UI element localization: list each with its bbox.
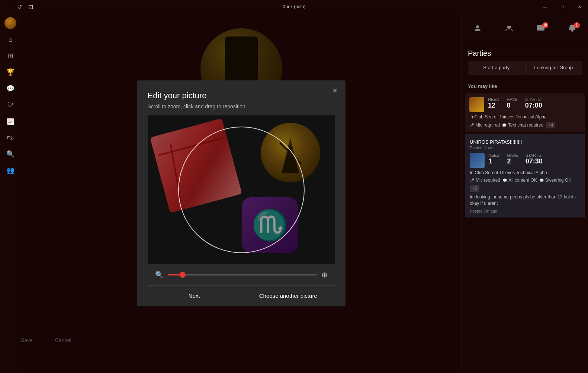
need-value-2: 1 (488, 157, 500, 165)
parties-actions: Start a party Looking for Group (462, 61, 588, 80)
have-label-2: Have (507, 153, 518, 157)
starts-value-2: 07:30 (526, 157, 543, 165)
capture-button[interactable]: ⊡ (27, 3, 34, 10)
lfg-stat-have: Have 0 (507, 97, 518, 109)
mic-tag-label-2: Mic required (476, 178, 500, 183)
sidebar-item-trend[interactable]: 📈 (3, 114, 18, 129)
content-icon: 💬 (502, 178, 507, 182)
zoom-thumb[interactable] (180, 272, 186, 278)
zoom-controls: 🔍 ⊕ (148, 264, 335, 285)
lfg-card-2-stats: Need 1 Have 2 Starts 07:30 (488, 153, 580, 165)
notifications-badge: 1 (574, 22, 580, 28)
svg-point-0 (476, 25, 479, 28)
messages-badge: 18 (542, 22, 548, 28)
lfg-post-title: UNIROS PIRATAS!!!!!!!!! (470, 139, 580, 145)
starts-value: 07:00 (525, 102, 542, 109)
have-value-2: 2 (507, 157, 518, 165)
modal-close-button[interactable]: ✕ (329, 85, 341, 97)
lfg-posted-now: Posted Now (470, 146, 580, 150)
close-button[interactable]: ✕ (571, 0, 588, 13)
sidebar-item-store[interactable]: 🛍 (3, 130, 18, 145)
app-body: ⌂ ⊞ 🏆 💬 🛡 📈 🛍 🔍 👥 ⇄ Switch to avatar Sav… (0, 13, 588, 373)
have-value: 0 (507, 102, 518, 109)
main-content: ⇄ Switch to avatar Save Cancel ✕ Edit yo… (21, 13, 462, 373)
back-button[interactable]: ← (4, 3, 12, 10)
lfg-tag-mic: 🎤 Mic required (469, 122, 500, 128)
friends-icon[interactable] (473, 24, 482, 33)
zoom-in-icon[interactable]: ⊕ (321, 270, 328, 279)
lfg-post-body: Im looking for some peeps pls be older t… (470, 194, 580, 207)
swearing-icon: 💬 (539, 178, 544, 182)
sidebar-item-shield[interactable]: 🛡 (3, 98, 18, 112)
notifications-icon[interactable]: 1 (568, 24, 577, 33)
modal-overlay: ✕ Edit your picture Scroll to zoom, clic… (21, 13, 462, 373)
lfg-stat-need-2: Need 1 (488, 153, 500, 165)
lfg-card-2-tags: 🎤 Mic required 💬 All content OK 💬 Sweari… (470, 178, 580, 192)
lfg-card-1-game: In Club Sea of Thieves Technical Alpha (469, 114, 581, 119)
need-value: 12 (488, 102, 499, 109)
user-avatar[interactable] (4, 17, 16, 29)
lfg-tag-content: 💬 All content OK (502, 178, 537, 183)
zoom-out-icon[interactable]: 🔍 (155, 271, 163, 279)
messages-icon[interactable]: 18 (536, 24, 545, 33)
sidebar-item-grid[interactable]: ⊞ (3, 48, 18, 63)
lfg-tag-text-chat: 💬 Text chat required (502, 122, 543, 128)
lfg-stat-have-2: Have 2 (507, 153, 518, 165)
lfg-tag-mic-2: 🎤 Mic required (470, 178, 500, 183)
lfg-posted-time: Posted 7m ago (470, 209, 580, 213)
pins-photo[interactable]: ♏ (148, 115, 335, 264)
looking-for-group-button[interactable]: Looking for Group (525, 61, 582, 74)
pin-purple: ♏ (242, 197, 298, 253)
sidebar-item-community[interactable]: 👥 (3, 163, 18, 178)
need-label-2: Need (488, 153, 500, 157)
parties-title: Parties (462, 43, 588, 61)
minimize-button[interactable]: — (537, 0, 554, 13)
lfg-card-1-tags: 🎤 Mic required 💬 Text chat required +4 (469, 122, 581, 128)
starts-label-2: Starts (526, 153, 543, 157)
sidebar-item-trophy[interactable]: 🏆 (3, 65, 18, 80)
content-tag-label: All content OK (508, 178, 537, 183)
sidebar-item-home[interactable]: ⌂ (3, 32, 18, 47)
lfg-stat-starts-2: Starts 07:30 (526, 153, 543, 165)
window-controls: — □ ✕ (537, 0, 588, 13)
next-button[interactable]: Next (148, 286, 241, 306)
sidebar-item-search[interactable]: 🔍 (3, 147, 18, 162)
mic-tag-label: Mic required (475, 122, 500, 128)
mic-icon-2: 🎤 (470, 178, 474, 182)
have-label: Have (507, 97, 518, 102)
image-editor[interactable]: ♏ (148, 115, 335, 264)
zoom-slider[interactable] (168, 274, 317, 275)
right-panel-topbar: 18 1 (462, 13, 588, 43)
need-label: Need (488, 97, 499, 102)
titlebar-left: ← ↺ ⊡ (4, 3, 34, 10)
right-panel-content: Parties Start a party Looking for Group … (462, 43, 588, 373)
right-panel: 18 1 Parties Start a party Looking for G… (462, 13, 588, 373)
party-icon[interactable] (505, 24, 514, 33)
text-chat-tag-label: Text chat required (508, 122, 543, 128)
modal-buttons: Next Choose another picture (148, 285, 335, 306)
choose-another-picture-button[interactable]: Choose another picture (241, 286, 335, 306)
edit-picture-modal: ✕ Edit your picture Scroll to zoom, clic… (137, 80, 346, 306)
lfg-card-2-top: Need 1 Have 2 Starts 07:30 (470, 153, 580, 168)
you-may-like-header: You may like (462, 80, 588, 92)
lfg-card-2-avatar (470, 153, 485, 168)
mic-icon: 🎤 (469, 123, 474, 127)
lfg-card-2[interactable]: UNIROS PIRATAS!!!!!!!!! Posted Now Need … (465, 134, 585, 217)
lfg-stat-starts: Starts 07:00 (525, 97, 542, 109)
maximize-button[interactable]: □ (554, 0, 571, 13)
pin-gold (261, 123, 320, 182)
swearing-tag-label: Swearing OK (545, 178, 572, 183)
lfg-tag-more-1: +4 (546, 122, 555, 128)
lfg-card-1-stats: Need 12 Have 0 Starts 07:00 (488, 97, 581, 109)
lfg-card-1-top: Need 12 Have 0 Starts 07:00 (469, 97, 581, 112)
lfg-card-1[interactable]: Need 12 Have 0 Starts 07:00 In Club S (465, 93, 585, 132)
modal-title: Edit your picture (148, 91, 335, 101)
lfg-card-1-avatar (469, 97, 484, 112)
lfg-tag-swearing: 💬 Swearing OK (539, 178, 572, 183)
start-party-button[interactable]: Start a party (468, 61, 525, 74)
scorpio-symbol: ♏ (251, 208, 289, 243)
lfg-tag-more-2: +5 (470, 185, 479, 192)
sidebar: ⌂ ⊞ 🏆 💬 🛡 📈 🛍 🔍 👥 (0, 13, 21, 373)
sidebar-item-chat[interactable]: 💬 (3, 81, 18, 96)
refresh-button[interactable]: ↺ (16, 3, 23, 10)
